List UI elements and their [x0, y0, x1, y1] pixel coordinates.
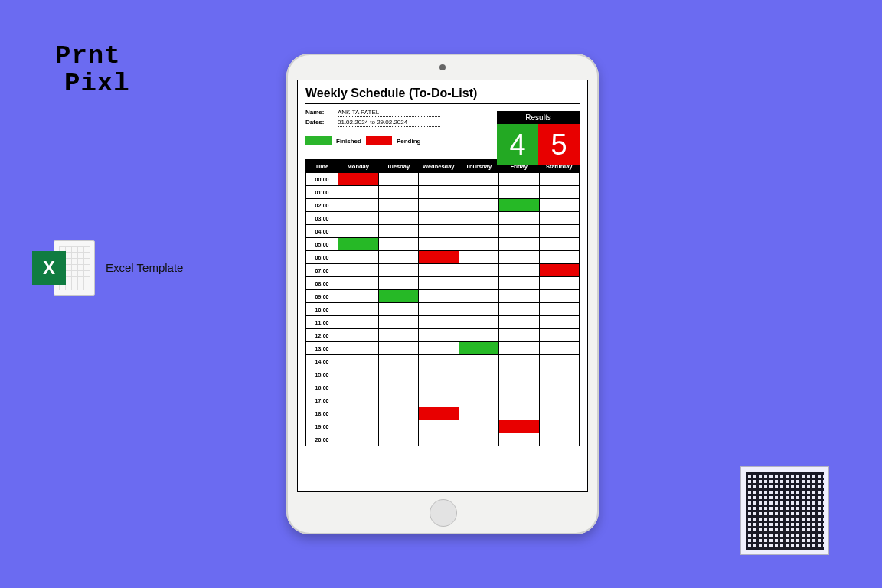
grid-cell[interactable]	[378, 342, 419, 355]
grid-cell[interactable]	[419, 420, 459, 433]
grid-cell[interactable]	[378, 407, 419, 420]
grid-cell[interactable]	[499, 186, 540, 199]
grid-cell[interactable]	[539, 394, 580, 407]
grid-cell[interactable]	[378, 173, 419, 186]
grid-cell[interactable]	[338, 368, 379, 381]
grid-cell[interactable]	[338, 186, 379, 199]
grid-cell[interactable]	[419, 394, 459, 407]
grid-cell[interactable]	[459, 173, 499, 186]
grid-cell[interactable]	[459, 381, 499, 394]
grid-cell[interactable]	[499, 199, 540, 212]
grid-cell[interactable]	[459, 433, 499, 446]
grid-cell[interactable]	[378, 329, 419, 342]
grid-cell[interactable]	[499, 212, 540, 225]
grid-cell[interactable]	[338, 316, 379, 329]
grid-cell[interactable]	[459, 212, 499, 225]
grid-cell[interactable]	[499, 303, 540, 316]
grid-cell[interactable]	[459, 394, 499, 407]
grid-cell[interactable]	[338, 394, 379, 407]
grid-cell[interactable]	[539, 407, 580, 420]
grid-cell[interactable]	[419, 251, 459, 264]
grid-cell[interactable]	[499, 394, 540, 407]
grid-cell[interactable]	[419, 212, 459, 225]
grid-cell[interactable]	[459, 342, 499, 355]
grid-cell[interactable]	[459, 368, 499, 381]
grid-cell[interactable]	[499, 407, 540, 420]
grid-cell[interactable]	[459, 407, 499, 420]
grid-cell[interactable]	[378, 212, 419, 225]
grid-cell[interactable]	[419, 225, 459, 238]
grid-cell[interactable]	[499, 225, 540, 238]
grid-cell[interactable]	[378, 251, 419, 264]
grid-cell[interactable]	[419, 290, 459, 303]
grid-cell[interactable]	[499, 381, 540, 394]
grid-cell[interactable]	[499, 173, 540, 186]
grid-cell[interactable]	[539, 212, 580, 225]
grid-cell[interactable]	[419, 303, 459, 316]
grid-cell[interactable]	[539, 225, 580, 238]
grid-cell[interactable]	[499, 316, 540, 329]
grid-cell[interactable]	[378, 303, 419, 316]
grid-cell[interactable]	[338, 355, 379, 368]
grid-cell[interactable]	[419, 381, 459, 394]
grid-cell[interactable]	[378, 277, 419, 290]
grid-cell[interactable]	[419, 407, 459, 420]
grid-cell[interactable]	[378, 225, 419, 238]
grid-cell[interactable]	[338, 433, 379, 446]
grid-cell[interactable]	[539, 329, 580, 342]
grid-cell[interactable]	[419, 316, 459, 329]
grid-cell[interactable]	[419, 355, 459, 368]
grid-cell[interactable]	[338, 199, 379, 212]
grid-cell[interactable]	[459, 329, 499, 342]
grid-cell[interactable]	[499, 329, 540, 342]
grid-cell[interactable]	[539, 433, 580, 446]
grid-cell[interactable]	[459, 316, 499, 329]
grid-cell[interactable]	[539, 277, 580, 290]
grid-cell[interactable]	[378, 355, 419, 368]
grid-cell[interactable]	[499, 433, 540, 446]
grid-cell[interactable]	[499, 251, 540, 264]
grid-cell[interactable]	[378, 199, 419, 212]
grid-cell[interactable]	[378, 381, 419, 394]
grid-cell[interactable]	[459, 251, 499, 264]
grid-cell[interactable]	[539, 342, 580, 355]
grid-cell[interactable]	[419, 173, 459, 186]
grid-cell[interactable]	[419, 186, 459, 199]
grid-cell[interactable]	[499, 290, 540, 303]
grid-cell[interactable]	[338, 381, 379, 394]
grid-cell[interactable]	[539, 173, 580, 186]
grid-cell[interactable]	[539, 186, 580, 199]
grid-cell[interactable]	[419, 433, 459, 446]
grid-cell[interactable]	[419, 342, 459, 355]
grid-cell[interactable]	[539, 368, 580, 381]
grid-cell[interactable]	[419, 238, 459, 251]
grid-cell[interactable]	[539, 238, 580, 251]
grid-cell[interactable]	[459, 199, 499, 212]
grid-cell[interactable]	[539, 355, 580, 368]
grid-cell[interactable]	[338, 277, 379, 290]
grid-cell[interactable]	[539, 420, 580, 433]
grid-cell[interactable]	[338, 173, 379, 186]
tablet-home-button[interactable]	[430, 499, 457, 527]
grid-cell[interactable]	[378, 264, 419, 277]
grid-cell[interactable]	[338, 212, 379, 225]
grid-cell[interactable]	[378, 290, 419, 303]
grid-cell[interactable]	[539, 199, 580, 212]
grid-cell[interactable]	[459, 303, 499, 316]
grid-cell[interactable]	[338, 420, 379, 433]
grid-cell[interactable]	[378, 368, 419, 381]
grid-cell[interactable]	[419, 329, 459, 342]
grid-cell[interactable]	[338, 251, 379, 264]
grid-cell[interactable]	[459, 277, 499, 290]
grid-cell[interactable]	[378, 433, 419, 446]
grid-cell[interactable]	[378, 316, 419, 329]
grid-cell[interactable]	[459, 238, 499, 251]
grid-cell[interactable]	[419, 199, 459, 212]
grid-cell[interactable]	[459, 290, 499, 303]
grid-cell[interactable]	[499, 277, 540, 290]
grid-cell[interactable]	[499, 342, 540, 355]
grid-cell[interactable]	[338, 225, 379, 238]
grid-cell[interactable]	[499, 368, 540, 381]
grid-cell[interactable]	[499, 238, 540, 251]
grid-cell[interactable]	[338, 290, 379, 303]
